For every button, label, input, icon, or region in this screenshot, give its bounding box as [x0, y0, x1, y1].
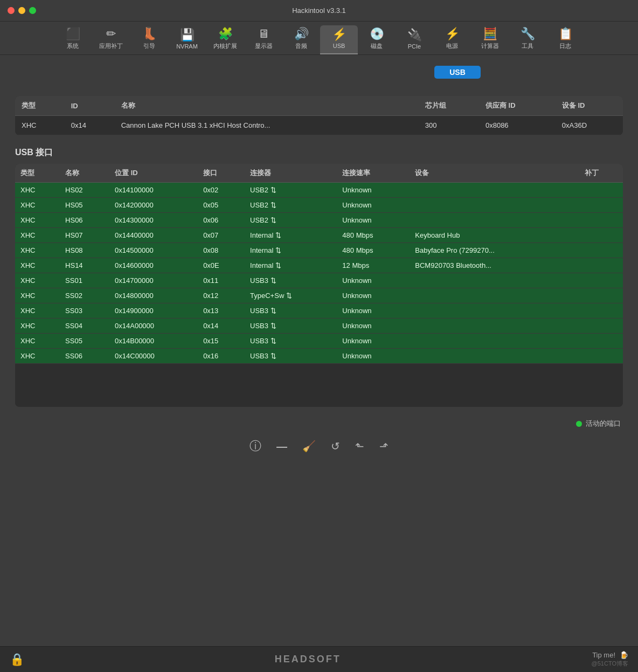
toolbar: ⬛系统✏应用补丁👢引导💾NVRAM🧩内核扩展🖥显示器🔊音频⚡USB💿磁盘🔌PCI…: [0, 22, 638, 55]
col-vendor-id: 供应商 ID: [479, 96, 556, 116]
port-connector: USB3 ⇅: [245, 334, 337, 349]
toolbar-item-audio[interactable]: 🔊音频: [282, 25, 320, 54]
app-title: Hackintool v3.3.1: [292, 6, 346, 15]
toolbar-item-display[interactable]: 🖥显示器: [245, 25, 282, 54]
port-speed: Unknown: [337, 318, 410, 334]
port-row[interactable]: XHCHS050x142000000x05USB2 ⇅Unknown: [15, 198, 623, 213]
port-speed: 480 Mbps: [337, 228, 410, 243]
toolbar-item-nvram[interactable]: 💾NVRAM: [168, 26, 206, 54]
port-speed: Unknown: [337, 334, 410, 349]
port-port: 0x15: [198, 334, 245, 349]
port-connector: Internal ⇅: [245, 243, 337, 258]
footer-right: Tip me! 🍺 @51CTO博客: [592, 651, 628, 668]
port-row[interactable]: XHCSS060x14C000000x16USB3 ⇅Unknown: [15, 349, 623, 364]
col-name: 名称: [115, 96, 419, 116]
port-row[interactable]: XHCSS040x14A000000x14USB3 ⇅Unknown: [15, 318, 623, 334]
port-speed: Unknown: [337, 288, 410, 303]
power-label: 电源: [446, 42, 458, 50]
port-patch: [579, 334, 623, 349]
port-location: 0x14300000: [109, 213, 198, 228]
port-patch: [579, 349, 623, 364]
toolbar-item-pcie[interactable]: 🔌PCIe: [396, 26, 433, 54]
toolbar-item-tools[interactable]: 🔧工具: [509, 25, 546, 54]
port-name: HS07: [60, 228, 109, 243]
port-speed: Unknown: [337, 198, 410, 213]
device-name: Cannon Lake PCH USB 3.1 xHCI Host Contro…: [115, 116, 419, 135]
port-row[interactable]: XHCHS020x141000000x02USB2 ⇅Unknown: [15, 183, 623, 198]
disk-icon: 💿: [370, 28, 384, 40]
toolbar-item-boot[interactable]: 👢引导: [130, 25, 168, 54]
info-button[interactable]: ⓘ: [249, 438, 261, 454]
col-device-id: 设备 ID: [556, 96, 623, 116]
port-name: HS14: [60, 258, 109, 273]
audio-icon: 🔊: [294, 28, 309, 40]
ph-name: 名称: [60, 164, 109, 183]
tip-icon: 🍺: [620, 651, 628, 659]
ph-speed: 连接速率: [337, 164, 410, 183]
kext-icon: 🧩: [218, 28, 233, 40]
port-type: XHC: [15, 318, 60, 334]
import-button[interactable]: ⬑: [355, 440, 364, 453]
port-row[interactable]: XHCSS020x148000000x12TypeC+Sw ⇅Unknown: [15, 288, 623, 303]
port-speed: Unknown: [337, 213, 410, 228]
port-type: XHC: [15, 334, 60, 349]
port-row[interactable]: XHCHS140x146000000x0EInternal ⇅12 MbpsBC…: [15, 258, 623, 273]
maximize-button[interactable]: [29, 7, 36, 14]
toolbar-item-log[interactable]: 📋日志: [546, 25, 584, 54]
nvram-label: NVRAM: [176, 43, 198, 50]
toolbar-item-usb[interactable]: ⚡USB: [320, 25, 358, 54]
power-icon: ⚡: [445, 28, 460, 40]
ph-connector: 连接器: [245, 164, 337, 183]
port-row[interactable]: XHCHS060x143000000x06USB2 ⇅Unknown: [15, 213, 623, 228]
remove-button[interactable]: —: [276, 440, 287, 453]
port-name: SS06: [60, 349, 109, 364]
device-row[interactable]: XHC 0x14 Cannon Lake PCH USB 3.1 xHCI Ho…: [15, 116, 623, 135]
col-id: ID: [65, 96, 115, 116]
close-button[interactable]: [8, 7, 15, 14]
port-row[interactable]: XHCSS050x14B000000x15USB3 ⇅Unknown: [15, 334, 623, 349]
display-label: 显示器: [255, 42, 273, 50]
port-port: 0x05: [198, 198, 245, 213]
active-port-indicator: [576, 421, 582, 427]
toolbar-item-system[interactable]: ⬛系统: [54, 25, 92, 54]
port-patch: [579, 213, 623, 228]
watermark: @51CTO博客: [592, 660, 628, 668]
window-controls: [8, 7, 36, 14]
port-device: [410, 334, 579, 349]
port-type: XHC: [15, 183, 60, 198]
port-type: XHC: [15, 303, 60, 318]
clear-button[interactable]: 🧹: [302, 440, 316, 453]
port-row[interactable]: XHCHS080x145000000x08Internal ⇅480 MbpsB…: [15, 243, 623, 258]
toolbar-item-power[interactable]: ⚡电源: [433, 25, 471, 54]
toolbar-item-disk[interactable]: 💿磁盘: [358, 25, 396, 54]
refresh-button[interactable]: ↺: [331, 440, 340, 453]
usb-icon: ⚡: [332, 29, 346, 40]
port-device: [410, 213, 579, 228]
toolbar-item-calc[interactable]: 🧮计算器: [471, 25, 509, 54]
port-row[interactable]: XHCSS030x149000000x13USB3 ⇅Unknown: [15, 303, 623, 318]
tip-label: Tip me!: [592, 651, 615, 659]
port-location: 0x14900000: [109, 303, 198, 318]
ph-location: 位置 ID: [109, 164, 198, 183]
port-row[interactable]: XHCHS070x144000000x07Internal ⇅480 MbpsK…: [15, 228, 623, 243]
usb-label: USB: [333, 43, 345, 49]
port-patch: [579, 228, 623, 243]
port-row[interactable]: XHCSS010x147000000x11USB3 ⇅Unknown: [15, 273, 623, 288]
port-connector: TypeC+Sw ⇅: [245, 288, 337, 303]
device-panel: 类型 ID 名称 芯片组 供应商 ID 设备 ID XHC 0x14 Canno…: [15, 96, 623, 135]
port-connector: USB3 ⇅: [245, 303, 337, 318]
col-type: 类型: [15, 96, 65, 116]
port-type: XHC: [15, 288, 60, 303]
export-button[interactable]: ⬏: [379, 440, 389, 453]
toolbar-item-kext[interactable]: 🧩内核扩展: [206, 25, 245, 54]
port-patch: [579, 243, 623, 258]
ports-panel: 类型 名称 位置 ID 接口 连接器 连接速率 设备 补丁 XHCHS020x1…: [15, 164, 623, 407]
port-device: Keyboard Hub: [410, 228, 579, 243]
port-location: 0x14200000: [109, 198, 198, 213]
minimize-button[interactable]: [18, 7, 25, 14]
port-device: [410, 349, 579, 364]
toolbar-item-patches[interactable]: ✏应用补丁: [92, 25, 130, 54]
port-speed: Unknown: [337, 273, 410, 288]
brand-label: HEADSOFT: [275, 654, 341, 665]
port-name: SS02: [60, 288, 109, 303]
